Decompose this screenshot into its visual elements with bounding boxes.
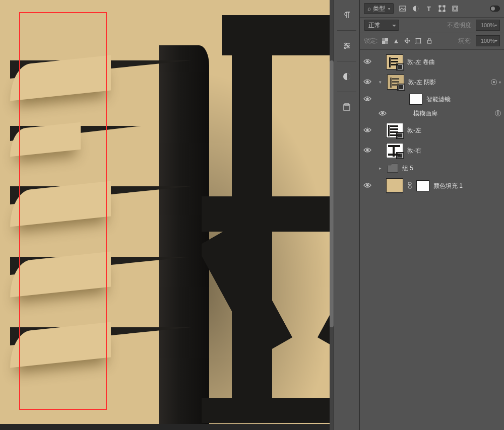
lock-label: 锁定: — [364, 37, 377, 45]
layer-name[interactable]: 颜色填充 1 — [433, 182, 501, 190]
adjustments-panel-icon[interactable] — [337, 36, 357, 56]
layer-row[interactable]: ▾ 敦-左 阴影 ▾ — [360, 72, 504, 92]
layer-thumbnail[interactable] — [386, 143, 403, 158]
image-filter-icon[interactable] — [399, 5, 407, 13]
svg-point-1 — [345, 43, 346, 44]
layer-row[interactable]: 敦-左 — [360, 120, 504, 140]
svg-point-24 — [366, 81, 368, 83]
smartobject-filter-icon[interactable] — [451, 5, 459, 13]
expand-toggle[interactable]: ▸ — [377, 166, 383, 171]
folder-icon — [387, 164, 398, 173]
layer-thumbnail[interactable] — [387, 75, 404, 90]
layer-name[interactable]: 敦-左 — [407, 126, 501, 135]
filter-blend-options-icon[interactable] — [495, 110, 501, 116]
filter-item-row[interactable]: 模糊画廊 — [360, 106, 504, 120]
svg-rect-9 — [400, 6, 406, 11]
fill-layer-thumbnail[interactable] — [386, 178, 403, 193]
smartobject-badge-icon — [396, 152, 404, 159]
layer-thumbnail[interactable] — [386, 54, 403, 69]
toolstrip-divider — [337, 30, 356, 31]
layer-name[interactable]: 敦-右 — [407, 147, 501, 155]
visibility-toggle[interactable] — [362, 147, 373, 155]
lock-all-icon[interactable] — [426, 37, 433, 44]
canvas-scrollbar-thumb[interactable] — [330, 60, 334, 327]
svg-rect-12 — [439, 6, 440, 7]
layer-name[interactable]: 组 5 — [402, 164, 501, 173]
svg-point-29 — [366, 184, 368, 186]
chevron-down-icon[interactable]: ▾ — [499, 80, 501, 85]
layer-name[interactable]: 敦-左 卷曲 — [407, 58, 501, 66]
blend-opacity-row: 正常 不透明度: 100% — [360, 18, 504, 33]
shape-filter-icon[interactable] — [438, 5, 446, 13]
filter-mask-thumbnail[interactable] — [409, 94, 422, 105]
layer-group-row[interactable]: ▸ 组 5 — [360, 161, 504, 176]
svg-point-3 — [347, 45, 349, 46]
glyph-right-svg — [202, 15, 334, 423]
svg-rect-14 — [439, 10, 440, 12]
layer-name[interactable]: 敦-左 阴影 — [408, 78, 487, 87]
filter-name[interactable]: 模糊画廊 — [413, 109, 491, 118]
visibility-toggle[interactable] — [362, 182, 373, 190]
smart-filters-row[interactable]: 智能滤镜 — [360, 92, 504, 106]
svg-rect-19 — [382, 38, 385, 41]
svg-rect-15 — [444, 10, 445, 12]
blend-mode-select[interactable]: 正常 — [364, 20, 399, 31]
visibility-toggle[interactable] — [362, 78, 373, 86]
paragraph-panel-icon[interactable] — [337, 5, 357, 25]
artboard-edge — [0, 424, 334, 430]
canvas-scrollbar-track[interactable] — [330, 0, 334, 430]
svg-point-5 — [344, 47, 346, 48]
svg-rect-13 — [444, 6, 445, 7]
opacity-label: 不透明度: — [447, 21, 473, 30]
visibility-toggle[interactable] — [377, 110, 388, 116]
smartobject-badge-icon — [397, 84, 405, 91]
lock-position-icon[interactable] — [404, 37, 411, 44]
layers-panel: ⌕ 类型 ▾ T 正常 不透明度: 100% — [360, 0, 504, 430]
expand-toggle[interactable]: ▾ — [377, 80, 383, 85]
layer-row[interactable]: 敦-右 — [360, 140, 504, 161]
smartobject-badge-icon — [396, 132, 404, 139]
search-icon: ⌕ — [367, 5, 371, 12]
blend-mode-value: 正常 — [368, 21, 381, 30]
filter-toggle-switch[interactable] — [490, 6, 500, 12]
svg-rect-22 — [428, 40, 431, 43]
layer-row[interactable]: 颜色填充 1 — [360, 176, 504, 196]
link-icon[interactable] — [407, 182, 412, 190]
svg-rect-21 — [416, 39, 421, 43]
lock-transparency-icon[interactable] — [382, 37, 389, 44]
visibility-toggle[interactable] — [362, 126, 373, 134]
lock-fill-row: 锁定: 填充: 100% — [360, 33, 504, 50]
layer-effects-icon[interactable] — [491, 79, 497, 85]
contrast-panel-icon[interactable] — [337, 66, 357, 87]
chevron-down-icon: ▾ — [388, 7, 390, 11]
fill-input[interactable]: 100% — [476, 35, 500, 46]
smartobject-badge-icon — [396, 63, 404, 70]
lock-artboard-icon[interactable] — [415, 37, 422, 44]
visibility-toggle[interactable] — [362, 95, 373, 103]
svg-point-25 — [366, 98, 368, 100]
svg-point-26 — [382, 112, 384, 114]
glyph-right — [202, 15, 334, 423]
layer-row[interactable]: 敦-左 卷曲 — [360, 52, 504, 72]
opacity-value: 100% — [481, 22, 495, 28]
artboard[interactable] — [0, 0, 334, 424]
fill-value: 100% — [481, 38, 495, 44]
visibility-toggle[interactable] — [362, 58, 373, 66]
layer-mask-thumbnail[interactable] — [416, 180, 429, 191]
glyph-left — [10, 30, 192, 403]
layer-thumbnail[interactable] — [386, 123, 403, 138]
layers-list: 敦-左 卷曲 ▾ 敦-左 阴影 ▾ 智能滤镜 — [360, 50, 504, 430]
layer-filter-icons: T — [399, 5, 459, 13]
svg-point-28 — [366, 149, 368, 151]
layer-filter-type-select[interactable]: ⌕ 类型 ▾ — [364, 3, 394, 14]
filter-type-label: 类型 — [373, 5, 385, 13]
adjustment-filter-icon[interactable] — [412, 5, 420, 13]
text-filter-icon[interactable]: T — [425, 5, 433, 13]
canvas-area[interactable] — [0, 0, 334, 430]
fill-label: 填充: — [458, 37, 472, 45]
libraries-panel-icon[interactable] — [337, 97, 357, 117]
opacity-input[interactable]: 100% — [476, 20, 500, 31]
svg-rect-20 — [385, 41, 388, 44]
toolstrip-divider — [337, 92, 356, 92]
lock-image-icon[interactable] — [393, 37, 400, 44]
